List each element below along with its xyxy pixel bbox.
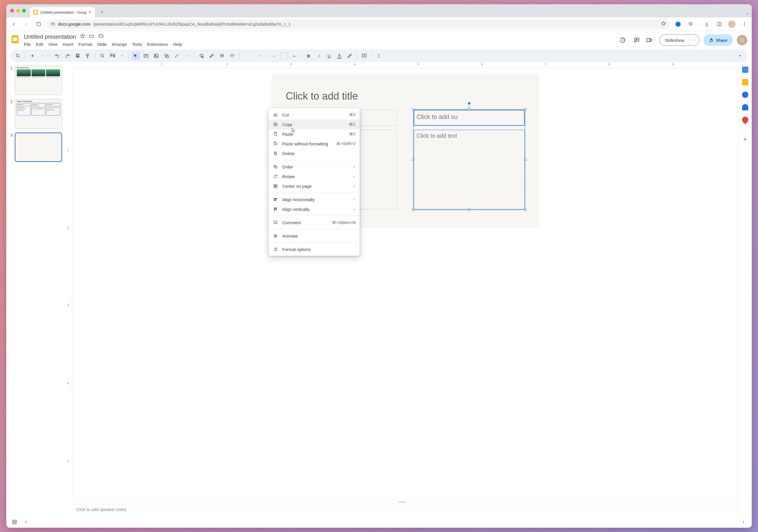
fill-color-icon[interactable] xyxy=(197,51,206,60)
ctx-order[interactable]: Order xyxy=(269,162,360,172)
bookmark-star-icon[interactable] xyxy=(661,21,666,27)
comments-icon[interactable] xyxy=(632,35,642,45)
account-avatar[interactable] xyxy=(737,35,747,45)
tasks-icon[interactable] xyxy=(742,92,748,98)
downloads-icon[interactable] xyxy=(702,19,711,29)
zoom-window[interactable] xyxy=(22,9,26,13)
prev-slide-icon[interactable] xyxy=(22,518,30,526)
menu-edit[interactable]: Edit xyxy=(36,42,43,47)
ctx-center-on-page[interactable]: Center on page xyxy=(269,181,360,191)
menu-help[interactable]: Help xyxy=(173,42,182,47)
minimize-window[interactable] xyxy=(16,9,20,13)
calendar-icon[interactable] xyxy=(742,67,748,73)
thumb-1[interactable]: 1 Dinosaur Diets Herbivores lorem ipsum … xyxy=(9,65,62,95)
cloud-status-icon[interactable] xyxy=(98,33,104,40)
ctx-align-vertically[interactable]: Align vertically xyxy=(269,204,360,214)
search-menus-icon[interactable] xyxy=(14,51,22,60)
menu-format[interactable]: Format xyxy=(79,42,92,47)
slide-stage[interactable]: Click to add title Click to add subtitle… xyxy=(72,68,738,500)
new-slide-dropdown-icon[interactable] xyxy=(38,51,47,60)
paint-format-icon[interactable] xyxy=(84,51,92,60)
zoom-icon[interactable] xyxy=(98,51,107,60)
share-button[interactable]: Share xyxy=(704,34,733,46)
ctx-cut[interactable]: Cut⌘X xyxy=(269,110,360,119)
extension-badge-icon[interactable] xyxy=(673,19,683,29)
bold-icon[interactable]: B xyxy=(304,51,313,60)
insert-comment-icon[interactable] xyxy=(360,51,368,60)
close-window[interactable] xyxy=(10,9,14,13)
thumb-3[interactable]: 3 xyxy=(9,133,62,162)
menu-arrange[interactable]: Arrange xyxy=(112,42,127,47)
vertical-ruler[interactable]: 1 2 3 4 5 xyxy=(66,68,72,500)
ctx-align-horizontally[interactable]: Align horizontally xyxy=(269,195,360,204)
close-tab-icon[interactable]: × xyxy=(89,10,91,15)
increase-font-icon[interactable]: + xyxy=(290,51,298,60)
image-tool-icon[interactable] xyxy=(152,51,160,60)
font-dropdown-icon[interactable] xyxy=(256,51,264,60)
notes-drag-handle[interactable] xyxy=(66,500,738,504)
reload-button[interactable] xyxy=(34,19,43,29)
maps-icon[interactable] xyxy=(741,115,749,124)
ctx-delete[interactable]: Delete xyxy=(269,149,360,158)
new-tab-button[interactable]: + xyxy=(98,8,106,16)
collapse-toolbar-icon[interactable] xyxy=(736,51,744,60)
redo-icon[interactable] xyxy=(63,51,72,60)
new-slide-icon[interactable] xyxy=(28,51,37,60)
slides-logo-icon[interactable] xyxy=(9,33,21,45)
move-icon[interactable] xyxy=(89,34,94,40)
title-placeholder[interactable]: Click to add title xyxy=(286,88,525,105)
select-tool-icon[interactable] xyxy=(131,51,140,60)
highlight-icon[interactable] xyxy=(345,51,354,60)
menu-file[interactable]: File xyxy=(24,42,31,47)
menu-extensions[interactable]: Extensions xyxy=(147,42,168,47)
subtitle-right-placeholder[interactable]: Click to add su xyxy=(414,110,525,126)
ctx-paste-without-formatting[interactable]: Paste without formatting⌘+Shift+V xyxy=(269,139,360,149)
grid-view-icon[interactable] xyxy=(10,518,19,526)
meet-icon[interactable] xyxy=(646,35,656,45)
show-side-panel-icon[interactable] xyxy=(739,518,748,526)
line-dropdown-icon[interactable] xyxy=(183,51,191,60)
horizontal-ruler[interactable]: 1 2 3 4 5 6 7 8 9 xyxy=(72,62,735,68)
star-icon[interactable] xyxy=(80,34,85,40)
history-icon[interactable] xyxy=(617,35,628,45)
text-color-icon[interactable]: A xyxy=(335,51,344,60)
site-info-icon[interactable] xyxy=(51,21,55,27)
back-button[interactable] xyxy=(9,19,18,29)
slideshow-dropdown[interactable] xyxy=(689,35,699,46)
underline-icon[interactable]: U xyxy=(325,51,333,60)
ctx-paste[interactable]: Paste⌘V xyxy=(269,129,360,139)
ctx-rotate[interactable]: Rotate xyxy=(269,172,360,181)
side-panel-icon[interactable] xyxy=(715,19,724,29)
extensions-icon[interactable] xyxy=(686,19,695,29)
menu-slide[interactable]: Slide xyxy=(97,42,106,47)
profile-avatar[interactable] xyxy=(727,19,736,29)
contacts-icon[interactable] xyxy=(742,104,748,110)
textbox-tool-icon[interactable] xyxy=(142,51,150,60)
border-weight-icon[interactable] xyxy=(218,51,226,60)
line-tool-icon[interactable] xyxy=(172,51,181,60)
border-dash-icon[interactable] xyxy=(228,51,236,60)
document-title[interactable]: Untitled presentation xyxy=(24,34,76,40)
ctx-format-options[interactable]: Format options xyxy=(269,244,360,254)
undo-icon[interactable] xyxy=(53,51,61,60)
italic-icon[interactable]: I xyxy=(315,51,323,60)
text-right-placeholder[interactable]: Click to add text xyxy=(414,130,525,209)
addons-plus-icon[interactable]: + xyxy=(743,136,747,143)
decrease-font-icon[interactable]: − xyxy=(270,51,279,60)
address-bar[interactable]: docs.google.com/presentation/d/1uqSvjWRh… xyxy=(47,19,670,29)
ctx-comment[interactable]: Comment⌘+Option+M xyxy=(269,217,360,227)
zoom-select[interactable]: Fit xyxy=(108,53,125,58)
slideshow-button[interactable]: Slideshow xyxy=(660,35,689,46)
menu-insert[interactable]: Insert xyxy=(63,42,73,47)
speaker-notes[interactable]: Click to add speaker notes xyxy=(72,504,738,516)
shape-tool-icon[interactable] xyxy=(162,51,171,60)
keep-icon[interactable] xyxy=(742,79,748,85)
print-icon[interactable] xyxy=(73,51,82,60)
font-size-input[interactable] xyxy=(280,52,288,59)
border-color-icon[interactable] xyxy=(207,51,216,60)
menu-tools[interactable]: Tools xyxy=(132,42,142,47)
more-tools-icon[interactable] xyxy=(374,51,383,60)
chrome-menu-icon[interactable] xyxy=(740,19,749,29)
browser-tab[interactable]: Untitled presentation - Goog × xyxy=(30,7,95,17)
ctx-animate[interactable]: Animate xyxy=(269,231,360,241)
